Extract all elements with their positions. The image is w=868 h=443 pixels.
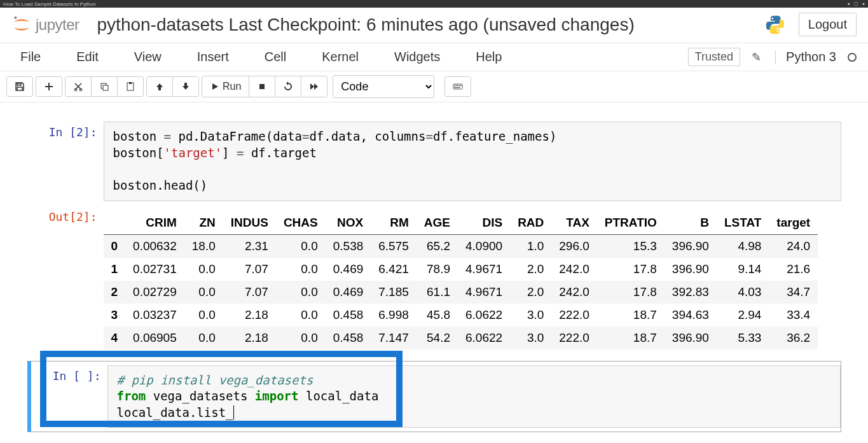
command-palette-button[interactable] bbox=[445, 77, 471, 96]
cell-type-select[interactable]: Code bbox=[333, 75, 434, 98]
table-cell: 0.469 bbox=[326, 281, 371, 304]
table-cell: 7.185 bbox=[371, 281, 417, 304]
table-cell: 3.0 bbox=[510, 327, 551, 349]
table-row: 10.027310.07.070.00.4696.42178.94.96712.… bbox=[104, 258, 818, 281]
table-cell: 0.0 bbox=[184, 304, 223, 327]
cut-button[interactable] bbox=[65, 77, 91, 96]
code-input-area[interactable]: boston = pd.DataFrame(data=df.data, colu… bbox=[104, 122, 841, 201]
table-cell: 0.0 bbox=[184, 327, 223, 349]
svg-rect-9 bbox=[455, 87, 456, 88]
table-cell: 0.0 bbox=[184, 258, 223, 281]
kernel-name[interactable]: Python 3 bbox=[786, 50, 836, 64]
table-cell: 1.0 bbox=[510, 234, 551, 258]
table-cell: 61.1 bbox=[417, 281, 458, 304]
table-cell: 17.8 bbox=[597, 258, 665, 281]
menu-cell[interactable]: Cell bbox=[256, 46, 295, 68]
run-button-label: Run bbox=[223, 81, 241, 92]
table-row-index: 2 bbox=[104, 281, 126, 304]
table-cell: 33.4 bbox=[769, 304, 818, 327]
table-cell: 78.9 bbox=[417, 258, 458, 281]
toolbar: Run Code bbox=[0, 71, 868, 102]
move-down-button[interactable] bbox=[172, 77, 198, 96]
svg-rect-14 bbox=[458, 85, 459, 87]
trusted-indicator[interactable]: Trusted bbox=[688, 48, 740, 66]
notebook-container[interactable]: In [2]: boston = pd.DataFrame(data=df.da… bbox=[0, 102, 868, 441]
code-cell-2[interactable]: In [2]: boston = pd.DataFrame(data=df.da… bbox=[27, 122, 841, 201]
table-cell: 0.0 bbox=[184, 281, 223, 304]
table-column-header: PTRATIO bbox=[597, 211, 665, 235]
table-cell: 0.469 bbox=[326, 258, 371, 281]
table-cell: 4.0900 bbox=[458, 234, 510, 258]
table-cell: 0.0 bbox=[276, 234, 326, 258]
menu-widgets[interactable]: Widgets bbox=[385, 46, 449, 68]
jupyter-logo[interactable]: jupyter bbox=[11, 15, 79, 35]
table-cell: 0.458 bbox=[326, 327, 371, 349]
svg-rect-16 bbox=[460, 85, 462, 87]
table-cell: 0.02731 bbox=[125, 258, 184, 281]
table-cell: 2.94 bbox=[717, 304, 769, 327]
table-cell: 18.7 bbox=[597, 327, 665, 349]
svg-rect-13 bbox=[456, 85, 457, 87]
pencil-icon[interactable]: ✎ bbox=[748, 49, 765, 66]
table-cell: 9.14 bbox=[717, 258, 769, 281]
code-cell-active[interactable]: In [ ]: # pip install vega_datasets from… bbox=[27, 361, 841, 433]
close-icon[interactable]: ● bbox=[862, 1, 865, 6]
browser-window-controls: ● ▢ ● bbox=[848, 1, 865, 6]
save-button[interactable] bbox=[7, 77, 32, 96]
table-cell: 17.8 bbox=[597, 281, 665, 304]
table-cell: 4.9671 bbox=[458, 281, 510, 304]
table-column-header: B bbox=[665, 211, 717, 235]
table-cell: 222.0 bbox=[551, 327, 597, 349]
menu-view[interactable]: View bbox=[125, 46, 170, 68]
menu-file[interactable]: File bbox=[11, 46, 50, 68]
svg-rect-10 bbox=[457, 87, 458, 88]
table-cell: 242.0 bbox=[551, 258, 597, 281]
move-up-button[interactable] bbox=[147, 77, 172, 96]
copy-button[interactable] bbox=[91, 77, 117, 96]
svg-rect-7 bbox=[259, 84, 265, 89]
table-cell: 36.2 bbox=[769, 327, 818, 349]
table-row: 00.0063218.02.310.00.5386.57565.24.09001… bbox=[104, 234, 818, 258]
table-cell: 0.538 bbox=[326, 234, 371, 258]
table-cell: 18.7 bbox=[597, 304, 665, 327]
table-row-index: 1 bbox=[104, 258, 126, 281]
notebook-title[interactable]: python-datasets Last Checkpoint: 6 minut… bbox=[97, 15, 764, 35]
table-cell: 7.07 bbox=[223, 281, 276, 304]
svg-rect-12 bbox=[455, 85, 456, 87]
table-cell: 6.575 bbox=[371, 234, 417, 258]
add-cell-button[interactable] bbox=[36, 77, 62, 96]
table-cell: 242.0 bbox=[551, 281, 597, 304]
code-input-area[interactable]: # pip install vega_datasets from vega_da… bbox=[107, 365, 841, 428]
input-prompt: In [2]: bbox=[27, 122, 104, 201]
menu-insert[interactable]: Insert bbox=[188, 46, 238, 68]
minimize-icon[interactable]: ● bbox=[848, 1, 850, 6]
table-cell: 2.0 bbox=[510, 281, 551, 304]
table-column-header: target bbox=[769, 211, 818, 235]
table-cell: 65.2 bbox=[417, 234, 458, 258]
run-button[interactable]: Run bbox=[202, 76, 249, 97]
table-cell: 45.8 bbox=[417, 304, 458, 327]
table-column-header: LSTAT bbox=[717, 211, 769, 235]
paste-button[interactable] bbox=[117, 77, 143, 96]
menu-kernel[interactable]: Kernel bbox=[313, 46, 368, 68]
menu-edit[interactable]: Edit bbox=[67, 46, 107, 68]
table-column-header: TAX bbox=[551, 211, 597, 235]
table-cell: 0.0 bbox=[276, 304, 326, 327]
browser-tab-bar: How To Load Sample Datasets In Python ● … bbox=[0, 0, 868, 8]
table-column-header: INDUS bbox=[223, 211, 276, 235]
menu-help[interactable]: Help bbox=[467, 46, 511, 68]
table-cell: 296.0 bbox=[551, 234, 597, 258]
interrupt-button[interactable] bbox=[249, 76, 275, 97]
table-cell: 6.0622 bbox=[458, 304, 510, 327]
maximize-icon[interactable]: ▢ bbox=[854, 1, 858, 6]
logout-button[interactable]: Logout bbox=[799, 13, 857, 36]
restart-button[interactable] bbox=[275, 76, 301, 97]
svg-rect-8 bbox=[453, 84, 462, 89]
restart-run-all-button[interactable] bbox=[301, 76, 327, 97]
output-cell-2: Out[2]: CRIMZNINDUSCHASNOXRMAGEDISRADTAX… bbox=[27, 206, 841, 349]
table-cell: 18.0 bbox=[184, 234, 223, 258]
table-cell: 2.18 bbox=[223, 304, 276, 327]
svg-point-0 bbox=[14, 16, 17, 18]
table-cell: 392.83 bbox=[665, 281, 717, 304]
svg-rect-4 bbox=[103, 85, 108, 90]
